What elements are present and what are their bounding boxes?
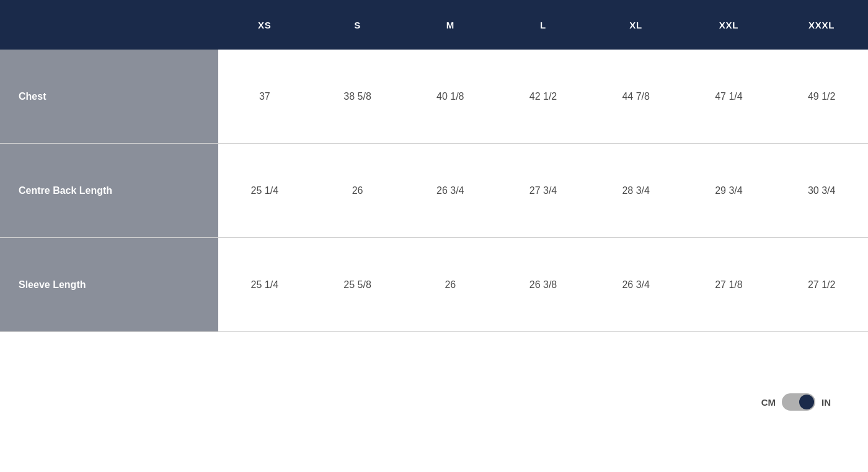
row-chest: Chest 37 38 5/8 40 1/8 42 1/2 44 7/8 47 … — [0, 50, 868, 144]
cbl-xs: 25 1/4 — [218, 185, 311, 196]
row-centre-back-length: Centre Back Length 25 1/4 26 26 3/4 27 3… — [0, 144, 868, 238]
sl-xxxl: 27 1/2 — [775, 279, 868, 291]
sl-xs: 25 1/4 — [218, 279, 311, 291]
header-xxxl: XXXL — [775, 20, 868, 30]
toggle-knob — [799, 395, 814, 409]
header-l: L — [497, 20, 590, 30]
in-label: IN — [822, 397, 831, 408]
row-sleeve-length: Sleeve Length 25 1/4 25 5/8 26 26 3/8 26… — [0, 238, 868, 332]
cm-label: CM — [761, 397, 776, 408]
label-sleeve-length: Sleeve Length — [0, 238, 218, 331]
chest-l: 42 1/2 — [497, 91, 590, 102]
sl-m: 26 — [404, 279, 497, 291]
cbl-xl: 28 3/4 — [590, 185, 683, 196]
chest-xxl: 47 1/4 — [683, 91, 776, 102]
sl-l: 26 3/8 — [497, 279, 590, 291]
chest-m: 40 1/8 — [404, 91, 497, 102]
cbl-s: 26 — [311, 185, 404, 196]
sl-s: 25 5/8 — [311, 279, 404, 291]
bottom-area: CM IN — [0, 332, 868, 472]
header-s: S — [311, 20, 404, 30]
cbl-xxl: 29 3/4 — [683, 185, 776, 196]
chest-s: 38 5/8 — [311, 91, 404, 102]
cbl-l: 27 3/4 — [497, 185, 590, 196]
cbl-xxxl: 30 3/4 — [775, 185, 868, 196]
sl-xl: 26 3/4 — [590, 279, 683, 291]
chest-xxxl: 49 1/2 — [775, 91, 868, 102]
cbl-m: 26 3/4 — [404, 185, 497, 196]
chest-xs: 37 — [218, 91, 311, 102]
header-xs: XS — [218, 20, 311, 30]
header-xl: XL — [590, 20, 683, 30]
label-chest: Chest — [0, 50, 218, 143]
unit-toggle-container: CM IN — [761, 393, 831, 411]
header-xxl: XXL — [683, 20, 776, 30]
size-guide-table: XS S M L XL XXL XXXL Chest 37 38 5/8 40 … — [0, 0, 868, 472]
sl-xxl: 27 1/8 — [683, 279, 776, 291]
table-header: XS S M L XL XXL XXXL — [0, 0, 868, 50]
unit-toggle[interactable] — [782, 393, 815, 411]
label-centre-back-length: Centre Back Length — [0, 144, 218, 237]
chest-xl: 44 7/8 — [590, 91, 683, 102]
header-m: M — [404, 20, 497, 30]
